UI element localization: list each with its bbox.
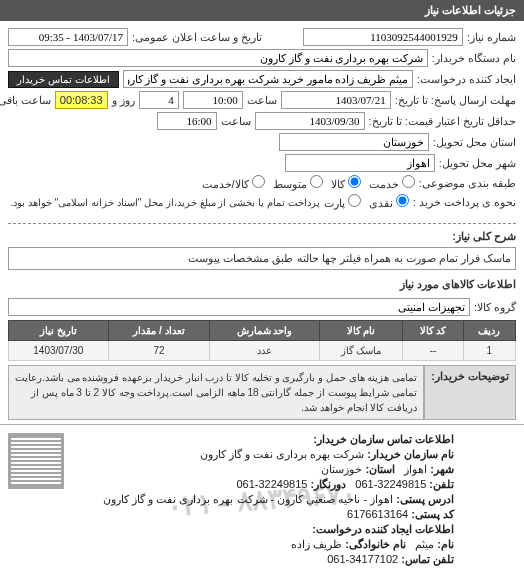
radio-mid[interactable]: متوسط [273,175,323,191]
radio-goods-service[interactable]: کالا/خدمت [202,175,265,191]
zip-label: کد پستی: [411,508,454,520]
contact-title: اطلاعات تماس سازمان خریدار: [313,433,454,445]
subject-radio-group: خدمت کالا متوسط کالا/خدمت [202,175,415,191]
contact-section: ۸۸۳۴۹۶۷۰ - ۰۲۱ اطلاعات تماس سازمان خریدا… [0,424,524,574]
remain-time: 00:08:33 [55,91,108,109]
province-label: استان محل تحویل: [433,136,516,149]
remain-days-input [139,91,179,109]
phone-val: 34177102-061 [327,553,398,565]
creator-input[interactable] [123,70,413,88]
buyer-org-label: نام دستگاه خریدار: [432,52,516,65]
th-qty: تعداد / مقدار [108,321,210,341]
time-label-1: ساعت [247,94,277,107]
buyer-notes-text: تمامی هزینه های حمل و بارگیری و تخلیه کا… [8,365,424,420]
org-label: نام سازمان خریدار: [367,448,454,460]
qr-icon [8,433,64,489]
name-label: نام: [437,538,454,550]
c-prov-val: خوزستان [321,463,362,475]
goods-group-label: گروه کالا: [474,301,516,314]
creator-label: ایجاد کننده درخواست: [417,73,516,86]
goods-table: ردیف کد کالا نام کالا واحد شمارش تعداد /… [8,320,516,361]
th-date: تاریخ نیاز [9,321,109,341]
cell-date: 1403/07/30 [9,341,109,361]
lname-val: ظریف زاده [291,538,342,550]
radio-part2[interactable]: پارت [324,194,361,210]
cell-qty: 72 [108,341,210,361]
price-time-input[interactable] [157,112,217,130]
reply-deadline-label: مهلت ارسال پاسخ: تا تاریخ: [395,94,516,107]
public-date-label: تاریخ و ساعت اعلان عمومی: [132,31,262,44]
table-row: 1 -- ماسک گاز عدد 72 1403/07/30 [9,341,516,361]
radio-cash[interactable]: نقدی [369,194,409,210]
org-val: شرکت بهره برداری نفت و گاز کارون [200,448,364,460]
fax-label: دورنگار: [310,478,346,490]
cell-unit: عدد [210,341,319,361]
th-idx: ردیف [463,321,515,341]
reply-date-input[interactable] [281,91,391,109]
province-input[interactable] [279,133,429,151]
buy-method-label: نحوه ی پرداخت خرید : [413,196,516,209]
price-valid-label: حداقل تاریخ اعتبار قیمت: تا تاریخ: [369,115,516,128]
remain-days-label: روز و [112,94,135,107]
c-city-val: اهواز [404,463,427,475]
c-prov-label: استان: [365,463,395,475]
req-no-label: شماره نیاز: [467,31,516,44]
th-code: کد کالا [403,321,463,341]
goods-group-input[interactable] [8,298,470,316]
cell-idx: 1 [463,341,515,361]
tel-label: تلفن: [429,478,454,490]
reply-time-input[interactable] [183,91,243,109]
zip-val: 6176613164 [347,508,408,520]
form-area: شماره نیاز: تاریخ و ساعت اعلان عمومی: نا… [0,21,524,217]
th-unit: واحد شمارش [210,321,319,341]
city-input[interactable] [285,154,435,172]
contact-button[interactable]: اطلاعات تماس خریدار [8,71,119,88]
lname-label: نام خانوادگی: [345,538,406,550]
cell-code: -- [403,341,463,361]
need-desc-label: شرح کلی نیاز: [452,230,516,243]
buyer-org-input[interactable] [8,49,428,67]
remain-tail: ساعت باقی مانده [0,94,51,107]
th-name: نام کالا [319,321,403,341]
pay-radio-group: نقدی پارت [324,194,409,210]
pay-note: پرداخت تمام یا بخشی از مبلغ خرید،از محل … [10,197,319,208]
tel-val: 32249815-061 [355,478,426,490]
req-no-input[interactable] [303,28,463,46]
panel-header: جزئیات اطلاعات نیاز [0,0,524,21]
phone-label: تلفن تماس: [401,553,454,565]
name-val: میثم [415,538,434,550]
fax-val: 32249815-061 [236,478,307,490]
time-label-2: ساعت [221,115,251,128]
goods-section-title: اطلاعات کالاهای مورد نیاز [0,274,524,295]
public-date-input[interactable] [8,28,128,46]
radio-goods[interactable]: کالا [331,175,361,191]
addr-val: اهواز - ناحیه صنعتی کارون - شرکت بهره بر… [103,493,393,505]
subject-cat-label: طبقه بندی موضوعی: [419,177,516,190]
price-date-input[interactable] [255,112,365,130]
req-creator-title: اطلاعات ایجاد کننده درخواست: [312,523,454,535]
need-desc-text: ماسک فرار تمام صورت به همراه فیلتر چها ح… [8,247,516,270]
radio-service[interactable]: خدمت [369,175,415,191]
city-label: شهر محل تحویل: [439,157,516,170]
cell-name: ماسک گاز [319,341,403,361]
buyer-notes-label: توضیحات خریدار: [424,365,516,420]
addr-label: ادرس پستی: [396,493,454,505]
c-city-label: شهر: [430,463,454,475]
